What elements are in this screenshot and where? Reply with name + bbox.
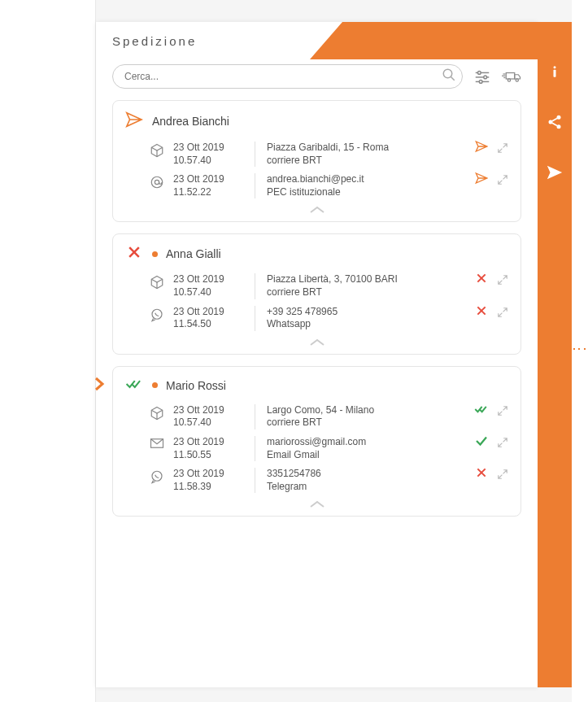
shipment-card: Mario Rossi23 Ott 201910.57.40Largo Como… [112,366,521,517]
svg-point-9 [507,79,510,81]
svg-point-15 [151,177,163,188]
svg-point-33 [549,120,553,124]
shipment-status-icon [124,377,144,395]
panel-title: Spedizione [112,34,197,48]
expand-icon[interactable] [496,468,509,481]
row-actions [475,306,509,319]
delivery-row: 23 Ott 201911.52.22andrea.bianchi@pec.it… [124,170,509,202]
expand-icon[interactable] [496,173,509,186]
row-status-icon [475,306,488,319]
delivery-description: +39 325 478965Whatsapp [267,306,467,331]
send-icon[interactable] [546,164,564,181]
row-actions [475,273,509,286]
delivery-description: andrea.bianchi@pec.itPEC istituzionale [267,173,467,198]
left-gutter [0,0,96,702]
panel-header: Spedizione [96,22,538,59]
expand-icon[interactable] [496,273,509,286]
search-icon[interactable] [442,68,456,85]
whatsapp-icon [124,468,165,484]
bullet-icon [152,251,158,257]
timestamp: 23 Ott 201910.57.40 [173,142,243,167]
collapse-chevron-icon[interactable] [124,202,509,218]
divider [255,468,255,493]
box-icon [124,404,165,421]
timestamp: 23 Ott 201911.50.55 [173,436,243,461]
svg-line-1 [451,76,455,81]
box-icon [124,142,165,158]
row-actions [475,142,509,155]
filter-icon[interactable] [473,67,492,86]
row-status-icon [475,142,488,155]
shipment-card: Anna Gialli23 Ott 201910.57.40Piazza Lib… [112,233,521,354]
shipment-status-icon [124,111,144,132]
search-wrap [112,64,463,89]
divider [255,306,255,331]
recipient-name: Mario Rossi [166,379,226,392]
card-header: Andrea Bianchi [124,111,509,132]
more-dots-icon[interactable]: ⋮ [571,342,588,360]
delivery-rows: 23 Ott 201910.57.40Piazza Libertà, 3, 70… [124,270,509,334]
whatsapp-icon [124,306,165,322]
svg-rect-31 [554,70,556,77]
svg-point-30 [554,66,556,68]
svg-point-34 [557,124,561,129]
timestamp: 23 Ott 201911.58.39 [173,468,243,493]
delivery-description: 3351254786Telegram [267,468,467,493]
row-status-icon [475,173,488,186]
delivery-rows: 23 Ott 201910.57.40Largo Como, 54 - Mila… [124,401,509,497]
right-gutter: ⋮ [572,0,588,702]
row-status-icon [475,436,488,449]
timestamp: 23 Ott 201911.54.50 [173,306,243,331]
box-icon [124,273,165,290]
delivery-description: Piazza Libertà, 3, 70100 BARIcorriere BR… [267,273,467,299]
delivery-description: Largo Como, 54 - Milanocorriere BRT [267,404,467,429]
row-actions [475,173,509,186]
row-actions [475,468,509,481]
row-status-icon [475,404,488,417]
shipment-card: Andrea Bianchi23 Ott 201910.57.40Piazza … [112,100,521,222]
svg-point-7 [479,81,482,84]
svg-rect-8 [506,73,515,80]
svg-point-32 [557,116,561,120]
row-status-icon [475,273,488,286]
svg-point-10 [516,79,518,81]
header-tab-background [310,22,538,59]
shipments-panel: Spedizione Andrea Bianchi23 Ott 201910.5… [96,22,538,687]
shipment-status-icon [124,244,144,264]
collapse-chevron-icon[interactable] [124,496,509,512]
expand-icon[interactable] [496,404,509,417]
svg-point-5 [484,76,487,79]
expand-icon[interactable] [496,142,509,155]
mail-icon [124,436,165,449]
divider [255,436,255,461]
bullet-icon [152,382,158,388]
collapse-chevron-icon[interactable] [124,334,509,351]
delivery-row: 23 Ott 201911.58.393351254786Telegram [124,464,509,496]
info-icon[interactable] [546,63,564,81]
timestamp: 23 Ott 201910.57.40 [173,273,243,299]
delivery-description: mariorossi@gmail.comEmail Gmail [267,436,467,461]
card-header: Anna Gialli [124,244,509,264]
svg-point-16 [155,181,159,185]
at-icon [124,173,165,190]
delivery-row: 23 Ott 201910.57.40Piazza Garibaldi, 15 … [124,138,509,170]
expand-icon[interactable] [496,436,509,449]
expand-icon[interactable] [496,306,509,319]
delivery-row: 23 Ott 201910.57.40Largo Como, 54 - Mila… [124,401,509,433]
toolbar [96,59,538,100]
timestamp: 23 Ott 201910.57.40 [173,404,243,429]
recipient-name: Anna Gialli [166,247,221,260]
svg-point-22 [152,309,162,319]
share-icon[interactable] [546,113,564,131]
recipient-name: Andrea Bianchi [152,115,229,128]
chevron-right-icon[interactable] [94,375,105,396]
delivery-row: 23 Ott 201911.54.50+39 325 478965Whatsap… [124,303,509,334]
divider [255,142,255,167]
divider [255,173,255,198]
delivery-description: Piazza Garibaldi, 15 - Romacorriere BRT [267,142,467,167]
row-status-icon [475,468,488,481]
truck-icon[interactable] [502,67,521,86]
search-input[interactable] [112,64,463,89]
delivery-row: 23 Ott 201911.50.55mariorossi@gmail.comE… [124,433,509,464]
shipments-list: Andrea Bianchi23 Ott 201910.57.40Piazza … [96,100,538,517]
